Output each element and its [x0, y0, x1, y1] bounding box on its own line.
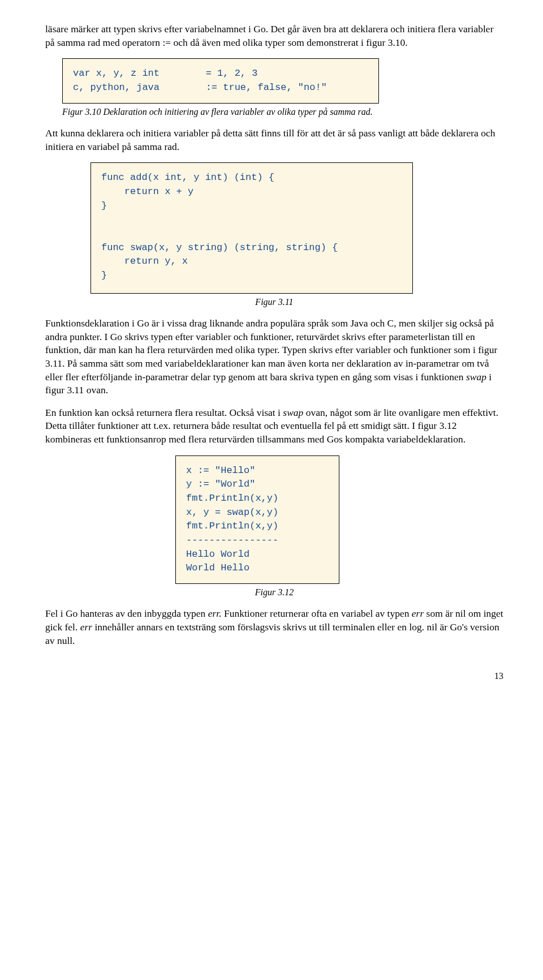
emphasis-err: err	[80, 621, 92, 633]
emphasis-swap: swap	[466, 371, 486, 382]
code-block-3-10: var x, y, z int = 1, 2, 3 c, python, jav…	[62, 58, 379, 103]
paragraph-4: En funktion kan också returnera flera re…	[45, 406, 503, 446]
emphasis-err: err	[412, 608, 424, 619]
emphasis-err: err.	[208, 608, 222, 619]
figure-caption-3-11: Figur 3.11	[45, 296, 503, 308]
code-block-3-12: x := "Hello" y := "World" fmt.Println(x,…	[175, 455, 339, 584]
paragraph-3: Funktionsdeklaration i Go är i vissa dra…	[45, 317, 503, 397]
code-block-3-11: func add(x int, y int) (int) { return x …	[90, 162, 413, 293]
paragraph-5: Fel i Go hanteras av den inbyggda typen …	[45, 607, 503, 647]
figure-caption-3-10: Figur 3.10 Deklaration och initiering av…	[62, 106, 503, 118]
paragraph-2: Att kunna deklarera och initiera variabl…	[45, 127, 503, 153]
text: En funktion kan också returnera flera re…	[45, 407, 283, 418]
emphasis-swap: swap	[283, 407, 303, 418]
paragraph-intro: läsare märker att typen skrivs efter var…	[45, 23, 503, 49]
figure-caption-3-12: Figur 3.12	[45, 586, 503, 599]
text: innehåller annars en textsträng som förs…	[45, 621, 499, 646]
text: Funktioner returnerar ofta en variabel a…	[222, 608, 412, 619]
text: Fel i Go hanteras av den inbyggda typen	[45, 608, 208, 619]
text: Funktionsdeklaration i Go är i vissa dra…	[45, 317, 497, 382]
page-number: 13	[45, 670, 503, 682]
